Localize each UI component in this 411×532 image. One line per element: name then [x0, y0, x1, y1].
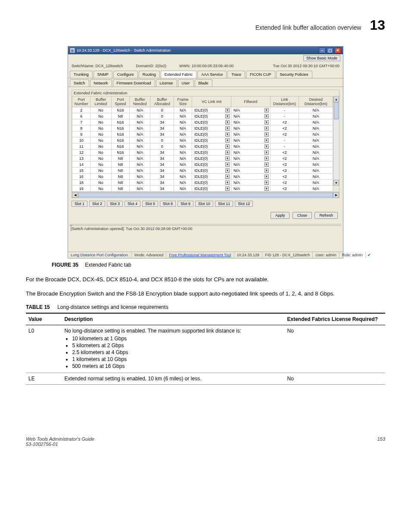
- table-row[interactable]: 18NoN8N/A34N/AIDLE(0)▼N/A▼<2N/A: [72, 180, 333, 186]
- dropdown-arrow-icon[interactable]: ▼: [265, 150, 269, 155]
- col-header[interactable]: Link Distance(km): [270, 96, 299, 107]
- scroll-right-arrow[interactable]: ▶: [333, 192, 339, 198]
- dropdown-arrow-icon[interactable]: ▼: [265, 168, 269, 173]
- refresh-button[interactable]: Refresh: [314, 212, 338, 219]
- table-row[interactable]: 9NoN16N/A34N/AIDLE(0)▼N/A▼<2N/A: [72, 131, 333, 137]
- status-tool-link[interactable]: Free Professional Management Tool: [166, 252, 234, 258]
- tab-extended-fabric[interactable]: Extended Fabric: [161, 71, 197, 78]
- table-row[interactable]: 11NoN16N/A0N/AIDLE(0)▼N/A▼-N/A: [72, 143, 333, 149]
- dropdown-arrow-icon[interactable]: ▼: [225, 126, 230, 131]
- table-row[interactable]: 6NoN8N/A0N/AIDLE(0)▼N/A▼-N/A: [72, 113, 333, 119]
- tab-user[interactable]: User: [178, 79, 194, 87]
- vertical-scrollbar[interactable]: ▲ ▼: [333, 96, 339, 186]
- tab-network[interactable]: Network: [90, 79, 112, 87]
- cell-value: L0: [26, 325, 62, 373]
- scroll-left-arrow[interactable]: ◀: [72, 192, 78, 198]
- col-header[interactable]: Port Number: [72, 96, 90, 107]
- dropdown-arrow-icon[interactable]: ▼: [265, 132, 269, 137]
- tab-firmware-download[interactable]: Firmware Download: [113, 79, 155, 87]
- maximize-button[interactable]: ▢: [327, 47, 333, 53]
- table-row[interactable]: 12NoN16N/A34N/AIDLE(0)▼N/A▼<2N/A: [72, 149, 333, 156]
- tab-aaa-service[interactable]: AAA Service: [197, 71, 227, 78]
- scroll-thumb-h[interactable]: [78, 193, 333, 197]
- dropdown-arrow-icon[interactable]: ▼: [225, 144, 230, 149]
- dropdown-arrow-icon[interactable]: ▼: [265, 120, 269, 124]
- slot-button[interactable]: Slot 3: [107, 201, 123, 207]
- slot-button[interactable]: Slot 2: [89, 201, 105, 207]
- table-cell: N/A: [299, 149, 333, 156]
- dropdown-arrow-icon[interactable]: ▼: [265, 156, 269, 161]
- table-row[interactable]: 8NoN16N/A34N/AIDLE(0)▼N/A▼<2N/A: [72, 125, 333, 131]
- dropdown-arrow-icon[interactable]: ▼: [225, 114, 230, 118]
- scroll-up-arrow[interactable]: ▲: [333, 96, 339, 102]
- dropdown-arrow-icon[interactable]: ▼: [265, 114, 269, 118]
- dropdown-arrow-icon[interactable]: ▼: [225, 168, 230, 173]
- dropdown-arrow-icon[interactable]: ▼: [225, 162, 230, 167]
- tab-configure[interactable]: Configure: [113, 71, 138, 78]
- dropdown-arrow-icon[interactable]: ▼: [225, 180, 230, 185]
- dropdown-arrow-icon[interactable]: ▼: [265, 144, 269, 149]
- table-cell: IDLE(0)▼: [192, 168, 231, 174]
- scroll-thumb[interactable]: [334, 102, 339, 119]
- tab-ficon-cup[interactable]: FICON CUP: [246, 71, 275, 78]
- dropdown-arrow-icon[interactable]: ▼: [225, 132, 230, 137]
- dropdown-arrow-icon[interactable]: ▼: [225, 138, 230, 143]
- dropdown-arrow-icon[interactable]: ▼: [265, 180, 269, 185]
- col-header[interactable]: VC Link Init: [192, 96, 231, 107]
- table-cell: N/A▼: [231, 125, 271, 131]
- col-header[interactable]: Buffer Needed: [130, 96, 150, 107]
- slot-button[interactable]: Slot 9: [177, 201, 193, 207]
- dropdown-arrow-icon[interactable]: ▼: [265, 174, 269, 179]
- cell-description: Extended normal setting is enabled, 10 k…: [62, 373, 284, 384]
- dropdown-arrow-icon[interactable]: ▼: [225, 174, 230, 179]
- slot-button[interactable]: Slot 1: [72, 201, 87, 207]
- slot-button[interactable]: Slot 11: [215, 201, 233, 207]
- col-header[interactable]: Frame Size: [174, 96, 192, 107]
- tab-license[interactable]: License: [156, 79, 177, 87]
- dropdown-arrow-icon[interactable]: ▼: [225, 120, 230, 124]
- horizontal-scrollbar[interactable]: ◀ ▶: [72, 192, 339, 198]
- show-basic-mode-button[interactable]: Show Basic Mode: [303, 55, 340, 61]
- dropdown-arrow-icon[interactable]: ▼: [225, 156, 230, 161]
- dropdown-arrow-icon[interactable]: ▼: [225, 187, 230, 191]
- table-row[interactable]: 10NoN16N/A0N/AIDLE(0)▼N/A▼-N/A: [72, 137, 333, 143]
- table-row[interactable]: 2NoN16N/A0N/AIDLE(0)▼N/A▼-N/A: [72, 107, 333, 113]
- table-row[interactable]: 15NoN8N/A34N/AIDLE(0)▼N/A▼<2N/A: [72, 168, 333, 174]
- close-window-button[interactable]: ✕: [334, 47, 341, 53]
- col-header[interactable]: Buffer Limited: [90, 96, 111, 107]
- dropdown-arrow-icon[interactable]: ▼: [265, 162, 269, 167]
- col-header[interactable]: Buffer Allocated: [150, 96, 174, 107]
- table-row[interactable]: 14NoN8N/A34N/AIDLE(0)▼N/A▼<2N/A: [72, 162, 333, 168]
- minimize-button[interactable]: –: [319, 47, 326, 53]
- tab-switch[interactable]: Switch: [70, 79, 89, 87]
- tab-blade[interactable]: Blade: [195, 79, 212, 87]
- tab-trunking[interactable]: Trunking: [70, 71, 93, 78]
- dropdown-arrow-icon[interactable]: ▼: [265, 126, 269, 131]
- slot-button[interactable]: Slot 4: [125, 201, 140, 207]
- col-header[interactable]: Port Speed: [111, 96, 129, 107]
- tab-snmp[interactable]: SNMP: [93, 71, 112, 78]
- dropdown-arrow-icon[interactable]: ▼: [265, 138, 269, 143]
- col-header[interactable]: Fillword: [231, 96, 271, 107]
- dropdown-arrow-icon[interactable]: ▼: [265, 187, 269, 191]
- apply-button[interactable]: Apply: [271, 212, 290, 219]
- dropdown-arrow-icon[interactable]: ▼: [265, 108, 269, 112]
- slot-button[interactable]: Slot 8: [160, 201, 176, 207]
- slot-button[interactable]: Slot 10: [195, 201, 213, 207]
- close-button[interactable]: Close: [293, 212, 312, 219]
- table-row[interactable]: 13NoN8N/A34N/AIDLE(0)▼N/A▼<2N/A: [72, 156, 333, 162]
- tab-routing[interactable]: Routing: [139, 71, 160, 78]
- tab-security-policies[interactable]: Security Policies: [276, 71, 312, 78]
- window-titlebar[interactable]: ▦ 10.24.33.128 - DCX_128switch - Switch …: [68, 47, 343, 54]
- col-header[interactable]: Desired Distance(km): [299, 96, 333, 107]
- table-row[interactable]: 7NoN16N/A34N/AIDLE(0)▼N/A▼<2N/A: [72, 119, 333, 125]
- slot-button[interactable]: Slot 12: [235, 201, 253, 207]
- dropdown-arrow-icon[interactable]: ▼: [225, 108, 230, 112]
- scroll-down-arrow[interactable]: ▼: [333, 180, 339, 186]
- tab-row-top: TrunkingSNMPConfigureRoutingExtended Fab…: [68, 70, 343, 78]
- slot-button[interactable]: Slot 5: [142, 201, 158, 207]
- tab-trace[interactable]: Trace: [227, 71, 245, 78]
- table-row[interactable]: 19NoN8N/A34N/AIDLE(0)▼N/A▼<2N/A: [72, 186, 333, 192]
- dropdown-arrow-icon[interactable]: ▼: [225, 150, 230, 155]
- table-row[interactable]: 16NoN8N/A34N/AIDLE(0)▼N/A▼<2N/A: [72, 174, 333, 180]
